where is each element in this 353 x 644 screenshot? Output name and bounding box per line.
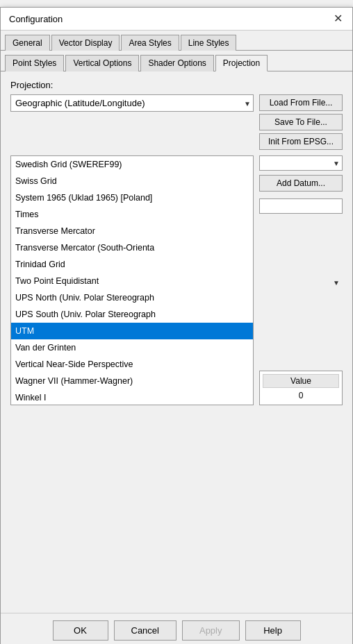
datum-row: ▼ bbox=[259, 155, 343, 171]
zone-select-arrow-icon: ▼ bbox=[333, 279, 340, 287]
top-controls-row: Geographic (Latitude/Longitude) ▼ Load F… bbox=[10, 94, 343, 150]
list-item[interactable]: Wagner VII (Hammer-Wagner) bbox=[11, 373, 253, 389]
datum-select-wrapper: ▼ bbox=[259, 155, 343, 171]
projection-list-container: Swedish Grid (SWEREF99)Swiss GridSystem … bbox=[10, 155, 254, 405]
tab-point-styles[interactable]: Point Styles bbox=[5, 55, 64, 71]
tabs-row1: General Vector Display Area Styles Line … bbox=[1, 31, 352, 51]
add-datum-button[interactable]: Add Datum... bbox=[259, 175, 343, 192]
zone-select[interactable] bbox=[259, 198, 343, 214]
datum-select[interactable] bbox=[259, 155, 343, 171]
load-from-file-button[interactable]: Load From File... bbox=[259, 94, 343, 111]
value-header: Value bbox=[263, 374, 339, 388]
projection-label: Projection: bbox=[10, 80, 343, 90]
list-item[interactable]: Two Point Equidistant bbox=[11, 273, 253, 289]
apply-button[interactable]: Apply bbox=[182, 620, 240, 641]
dropdown-area: Swedish Grid (SWEREF99)Swiss GridSystem … bbox=[10, 155, 343, 405]
configuration-window: Configuration ✕ General Vector Display A… bbox=[0, 7, 353, 644]
list-item[interactable]: Times bbox=[11, 206, 253, 223]
list-item[interactable]: Van der Grinten bbox=[11, 339, 253, 356]
projection-list[interactable]: Swedish Grid (SWEREF99)Swiss GridSystem … bbox=[10, 155, 254, 405]
save-to-file-button[interactable]: Save To File... bbox=[259, 114, 343, 130]
value-box: Value 0 bbox=[259, 371, 343, 405]
list-item[interactable]: Swedish Grid (SWEREF99) bbox=[11, 156, 253, 173]
ok-button[interactable]: OK bbox=[53, 620, 108, 641]
tab-shader-options[interactable]: Shader Options bbox=[140, 55, 213, 71]
list-item[interactable]: Transverse Mercator bbox=[11, 223, 253, 239]
window-title: Configuration bbox=[9, 14, 63, 24]
footer: OK Cancel Apply Help bbox=[1, 613, 352, 644]
list-item[interactable]: UTM bbox=[11, 323, 253, 339]
tab-vector-display[interactable]: Vector Display bbox=[51, 35, 120, 51]
list-item[interactable]: Winkel I bbox=[11, 389, 253, 405]
content-area: Projection: Geographic (Latitude/Longitu… bbox=[1, 71, 352, 613]
list-item[interactable]: Trinidad Grid bbox=[11, 256, 253, 273]
list-item[interactable]: System 1965 (Uklad 1965) [Poland] bbox=[11, 189, 253, 206]
list-item[interactable]: Swiss Grid bbox=[11, 173, 253, 189]
help-button[interactable]: Help bbox=[245, 620, 301, 641]
tab-projection[interactable]: Projection bbox=[215, 55, 268, 71]
action-buttons: Load From File... Save To File... Init F… bbox=[259, 94, 343, 150]
list-item[interactable]: UPS North (Univ. Polar Stereograph bbox=[11, 289, 253, 306]
tab-general[interactable]: General bbox=[5, 35, 50, 51]
cancel-button[interactable]: Cancel bbox=[114, 620, 176, 641]
zone-select-wrapper: ▼ bbox=[259, 198, 343, 366]
list-item[interactable]: Vertical Near-Side Perspective bbox=[11, 356, 253, 373]
tab-area-styles[interactable]: Area Styles bbox=[121, 35, 179, 51]
right-panel: ▼ Add Datum... ▼ Value 0 bbox=[259, 155, 343, 405]
list-item[interactable]: Transverse Mercator (South-Orienta bbox=[11, 239, 253, 256]
projection-select-wrapper: Geographic (Latitude/Longitude) ▼ bbox=[10, 94, 254, 112]
tabs-row2: Point Styles Vertical Options Shader Opt… bbox=[1, 51, 352, 71]
tab-vertical-options[interactable]: Vertical Options bbox=[65, 55, 139, 71]
tab-line-styles[interactable]: Line Styles bbox=[181, 35, 237, 51]
value-content: 0 bbox=[263, 389, 339, 402]
title-bar: Configuration ✕ bbox=[1, 8, 352, 31]
close-button[interactable]: ✕ bbox=[332, 13, 344, 24]
init-from-epsg-button[interactable]: Init From EPSG... bbox=[259, 133, 343, 150]
projection-select[interactable]: Geographic (Latitude/Longitude) bbox=[10, 94, 254, 112]
list-item[interactable]: UPS South (Univ. Polar Stereograph bbox=[11, 306, 253, 323]
